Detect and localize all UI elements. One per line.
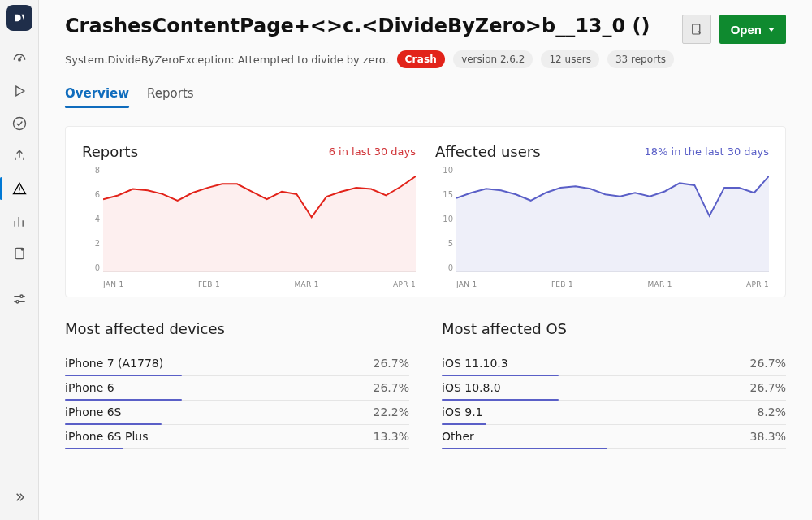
device-label: iPhone 7 (A1778) — [65, 357, 163, 370]
note-icon — [689, 22, 704, 37]
chart-users: Affected users 18% in the last 30 days 1… — [435, 143, 769, 288]
device-icon — [11, 245, 28, 262]
analytics-icon — [11, 213, 28, 229]
chevron-down-icon — [768, 28, 775, 32]
pill-users: 12 users — [541, 50, 599, 68]
expand-icon — [11, 489, 28, 505]
os-value: 8.2% — [757, 405, 786, 418]
sidebar-item-distribute[interactable] — [0, 140, 39, 172]
device-bar — [65, 448, 123, 450]
distribute-icon — [11, 148, 28, 164]
content: Reports 6 in last 30 days 8 6 4 2 0 — [39, 108, 812, 449]
tab-overview[interactable]: Overview — [65, 86, 129, 107]
device-row: iPhone 6S Plus13.3% — [65, 425, 409, 449]
devices-title: Most affected devices — [65, 320, 409, 337]
os-value: 26.7% — [750, 381, 786, 394]
os-bar — [442, 448, 607, 450]
os-value: 26.7% — [750, 357, 786, 370]
os-table: Most affected OS iOS 11.10.326.7%iOS 10.… — [442, 320, 786, 449]
svg-point-5 — [15, 301, 18, 303]
device-label: iPhone 6S Plus — [65, 430, 148, 443]
svg-point-1 — [13, 118, 25, 130]
svg-rect-6 — [692, 24, 699, 34]
tabs: Overview Reports — [65, 86, 786, 108]
tab-reports[interactable]: Reports — [147, 86, 194, 107]
chart-users-plot — [456, 170, 769, 272]
sidebar-item-build[interactable] — [0, 75, 39, 107]
meta-row: System.DivideByZeroException: Attempted … — [65, 50, 786, 68]
pill-version: version 2.6.2 — [453, 50, 533, 68]
chart-users-badge: 18% in the last 30 days — [645, 145, 769, 158]
device-label: iPhone 6 — [65, 381, 114, 394]
settings-icon — [11, 291, 28, 307]
header-actions: Open — [682, 15, 786, 44]
check-icon — [11, 115, 28, 132]
device-value: 22.2% — [374, 405, 409, 418]
pill-crash: Crash — [397, 50, 446, 68]
os-row: Other38.3% — [442, 425, 786, 449]
sidebar-item-test[interactable] — [0, 107, 39, 140]
chart-reports: Reports 6 in last 30 days 8 6 4 2 0 — [82, 143, 416, 288]
os-row: iOS 11.10.326.7% — [442, 352, 786, 376]
chart-reports-yaxis: 8 6 4 2 0 — [82, 167, 100, 272]
device-label: iPhone 6S — [65, 405, 122, 418]
devices-table: Most affected devices iPhone 7 (A1778)26… — [65, 320, 409, 449]
chart-reports-badge: 6 in last 30 days — [329, 145, 416, 158]
chart-reports-svg — [103, 170, 416, 272]
chart-reports-plot — [103, 170, 416, 272]
sidebar — [0, 0, 39, 520]
os-row: iOS 10.8.026.7% — [442, 376, 786, 401]
warning-icon — [11, 180, 28, 197]
svg-point-3 — [21, 249, 23, 250]
chart-users-title: Affected users — [435, 143, 541, 160]
os-label: iOS 9.1 — [442, 405, 483, 418]
os-label: iOS 10.8.0 — [442, 381, 501, 394]
open-button[interactable]: Open — [719, 15, 786, 44]
dashboard-icon — [11, 50, 28, 67]
chart-reports-title: Reports — [82, 143, 138, 160]
page-title: CrashesContentPage+<>c.<DivideByZero>b__… — [65, 15, 682, 38]
device-value: 26.7% — [374, 357, 409, 370]
tables-row: Most affected devices iPhone 7 (A1778)26… — [65, 320, 786, 449]
os-label: iOS 11.10.3 — [442, 357, 508, 370]
device-value: 13.3% — [374, 430, 409, 443]
annotate-button[interactable] — [682, 15, 711, 44]
app-logo[interactable] — [6, 5, 32, 31]
svg-point-0 — [18, 58, 20, 61]
chart-users-xaxis: JAN 1 FEB 1 MAR 1 APR 1 — [456, 280, 769, 288]
sidebar-item-analytics[interactable] — [0, 205, 39, 237]
chart-reports-xaxis: JAN 1 FEB 1 MAR 1 APR 1 — [103, 280, 416, 288]
device-row: iPhone 6S22.2% — [65, 401, 409, 425]
device-row: iPhone 626.7% — [65, 376, 409, 401]
chart-users-yaxis: 10 15 10 5 0 — [435, 167, 453, 272]
sidebar-item-dashboard[interactable] — [0, 42, 39, 75]
device-row: iPhone 7 (A1778)26.7% — [65, 352, 409, 376]
sidebar-item-diagnostics[interactable] — [0, 172, 39, 205]
play-icon — [11, 83, 28, 99]
main: CrashesContentPage+<>c.<DivideByZero>b__… — [39, 0, 812, 520]
app-logo-glyph — [11, 10, 28, 26]
header: CrashesContentPage+<>c.<DivideByZero>b__… — [39, 3, 812, 108]
os-row: iOS 9.18.2% — [442, 401, 786, 425]
sidebar-item-settings[interactable] — [0, 283, 39, 315]
chart-users-svg — [456, 170, 769, 272]
sidebar-expand[interactable] — [0, 481, 39, 514]
device-value: 26.7% — [374, 381, 409, 394]
sidebar-item-device[interactable] — [0, 237, 39, 270]
pill-reports: 33 reports — [607, 50, 674, 68]
exception-message: System.DivideByZeroException: Attempted … — [65, 54, 389, 66]
os-title: Most affected OS — [442, 320, 786, 337]
charts-panel: Reports 6 in last 30 days 8 6 4 2 0 — [65, 126, 786, 297]
svg-point-4 — [19, 295, 22, 297]
open-button-label: Open — [731, 23, 762, 37]
os-label: Other — [442, 430, 474, 443]
os-value: 38.3% — [750, 430, 786, 443]
